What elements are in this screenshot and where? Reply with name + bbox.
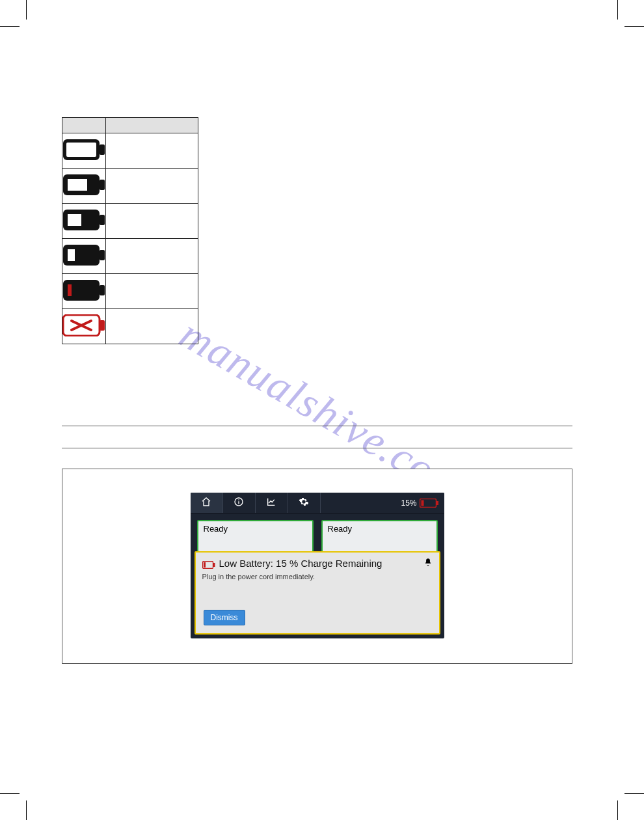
alert-header: Low Battery: 15 % Charge Remaining [202, 558, 433, 569]
home-icon [201, 497, 211, 509]
svg-rect-27 [421, 500, 423, 506]
svg-rect-30 [204, 562, 206, 567]
alert-message: Plug in the power cord immediately. [202, 573, 433, 581]
battery-status-chip: 15% [396, 493, 444, 513]
svg-point-24 [238, 499, 239, 500]
battery-75-icon [62, 174, 105, 196]
svg-rect-26 [436, 501, 438, 505]
battery-100-icon [62, 139, 105, 161]
battery-desc-cell [106, 239, 198, 274]
battery-table-header-icon [62, 118, 106, 133]
battery-icon-cell [62, 274, 106, 309]
svg-rect-21 [100, 320, 105, 331]
svg-rect-29 [213, 563, 215, 567]
battery-desc-cell [106, 133, 198, 169]
page: manualshive.com [26, 26, 618, 794]
alert-title: Low Battery: 15 % Charge Remaining [219, 558, 382, 569]
battery-percent-text: 15% [401, 499, 416, 508]
topbar: 15% [191, 493, 444, 513]
table-row [62, 169, 198, 204]
status-tile-title: Ready [328, 524, 431, 534]
crop-mark [624, 26, 644, 27]
battery-desc-cell [106, 169, 198, 204]
dismiss-button[interactable]: Dismiss [204, 610, 245, 625]
svg-rect-3 [68, 144, 95, 156]
battery-low-icon [420, 499, 439, 508]
topbar-spacer [321, 493, 396, 513]
crop-mark [0, 26, 20, 27]
gear-icon [299, 497, 309, 509]
battery-25-icon [62, 244, 105, 266]
svg-rect-11 [68, 214, 81, 226]
battery-desc-cell [106, 309, 198, 344]
svg-rect-5 [100, 180, 105, 190]
crop-mark [0, 793, 20, 794]
crop-mark [617, 0, 618, 20]
crop-mark [617, 800, 618, 820]
battery-icon-cell [62, 309, 106, 344]
divider [62, 448, 572, 448]
crop-mark [26, 0, 27, 20]
table-row [62, 239, 198, 274]
battery-low-icon [202, 560, 215, 567]
table-row [62, 133, 198, 169]
svg-rect-9 [100, 215, 105, 225]
battery-fault-icon [62, 314, 105, 336]
battery-icon-cell [62, 133, 106, 169]
chart-tab[interactable] [256, 493, 288, 513]
crop-mark [624, 793, 644, 794]
status-tile-title: Ready [204, 524, 307, 534]
table-row [62, 204, 198, 239]
battery-desc-cell [106, 274, 198, 309]
chart-icon [266, 497, 276, 509]
svg-rect-13 [100, 250, 105, 260]
table-row [62, 309, 198, 344]
battery-icon-cell [62, 204, 106, 239]
figure-frame: 15% Ready Ready [62, 469, 572, 664]
divider [62, 426, 572, 426]
svg-rect-15 [68, 249, 75, 261]
battery-50-icon [62, 209, 105, 231]
battery-icon-cell [62, 169, 106, 204]
battery-low-icon [62, 279, 105, 301]
battery-icon-cell [62, 239, 106, 274]
svg-rect-19 [68, 284, 72, 296]
table-row [62, 274, 198, 309]
bell-icon [423, 558, 433, 569]
svg-rect-7 [68, 179, 87, 191]
low-battery-alert: Low Battery: 15 % Charge Remaining Plug … [195, 551, 440, 635]
svg-rect-17 [100, 285, 105, 295]
battery-desc-cell [106, 204, 198, 239]
battery-status-table [62, 117, 198, 344]
crop-mark [26, 800, 27, 820]
device-screen: 15% Ready Ready [191, 493, 444, 638]
info-icon [234, 497, 244, 509]
home-tab[interactable] [191, 493, 223, 513]
info-tab[interactable] [223, 493, 256, 513]
battery-table-header-desc [106, 118, 198, 133]
svg-rect-1 [100, 144, 105, 155]
gear-tab[interactable] [288, 493, 321, 513]
